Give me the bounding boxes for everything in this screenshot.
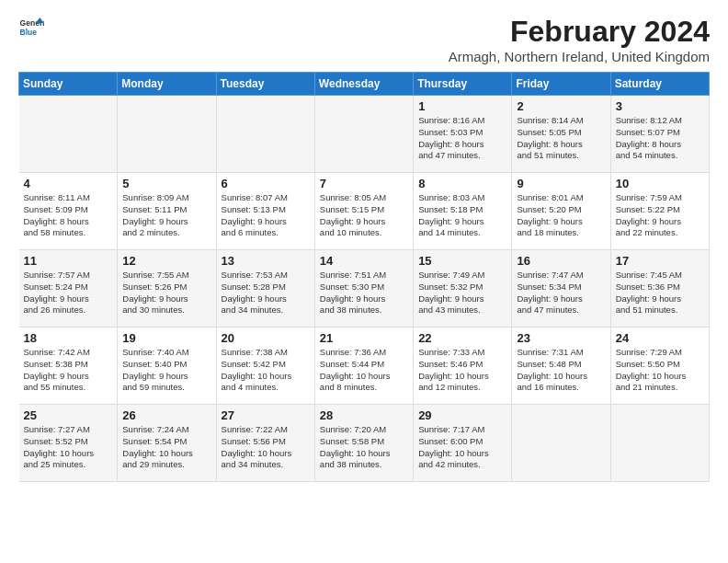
calendar-cell: 20Sunrise: 7:38 AMSunset: 5:42 PMDayligh… (216, 327, 314, 405)
calendar-cell: 17Sunrise: 7:45 AMSunset: 5:36 PMDayligh… (610, 250, 709, 327)
cell-details: Sunrise: 7:47 AMSunset: 5:34 PMDaylight:… (517, 270, 605, 316)
header-row: SundayMondayTuesdayWednesdayThursdayFrid… (19, 73, 710, 96)
calendar-cell: 14Sunrise: 7:51 AMSunset: 5:30 PMDayligh… (314, 250, 413, 327)
svg-text:Blue: Blue (20, 28, 38, 37)
day-number: 9 (517, 177, 605, 190)
day-number: 10 (616, 177, 704, 190)
calendar-cell: 7Sunrise: 8:05 AMSunset: 5:15 PMDaylight… (314, 173, 413, 250)
day-number: 18 (24, 331, 113, 345)
cell-details: Sunrise: 7:59 AMSunset: 5:22 PMDaylight:… (616, 192, 704, 239)
cell-details: Sunrise: 7:42 AMSunset: 5:38 PMDaylight:… (24, 347, 113, 394)
calendar-cell: 6Sunrise: 8:07 AMSunset: 5:13 PMDaylight… (216, 173, 314, 250)
header-cell-friday: Friday (512, 73, 610, 96)
subtitle: Armagh, Northern Ireland, United Kingdom (449, 49, 710, 64)
cell-details: Sunrise: 7:45 AMSunset: 5:36 PMDaylight:… (616, 270, 704, 316)
week-row-4: 25Sunrise: 7:27 AMSunset: 5:52 PMDayligh… (19, 405, 710, 482)
cell-details: Sunrise: 8:01 AMSunset: 5:20 PMDaylight:… (517, 192, 605, 239)
calendar-cell (216, 96, 314, 173)
day-number: 29 (418, 408, 506, 422)
calendar-cell: 8Sunrise: 8:03 AMSunset: 5:18 PMDaylight… (414, 173, 512, 250)
day-number: 11 (24, 254, 113, 268)
calendar-cell: 5Sunrise: 8:09 AMSunset: 5:11 PMDaylight… (118, 173, 216, 250)
day-number: 16 (517, 254, 605, 268)
day-number: 24 (616, 331, 704, 345)
day-number: 15 (418, 254, 506, 268)
cell-details: Sunrise: 7:22 AMSunset: 5:56 PMDaylight:… (222, 424, 310, 471)
cell-details: Sunrise: 8:03 AMSunset: 5:18 PMDaylight:… (418, 192, 506, 239)
calendar-cell (19, 96, 118, 173)
calendar-cell: 26Sunrise: 7:24 AMSunset: 5:54 PMDayligh… (118, 405, 216, 482)
calendar-cell: 3Sunrise: 8:12 AMSunset: 5:07 PMDaylight… (610, 96, 709, 173)
main-title: February 2024 (449, 15, 710, 49)
week-row-3: 18Sunrise: 7:42 AMSunset: 5:38 PMDayligh… (19, 327, 710, 405)
logo-icon: General Blue (18, 15, 44, 40)
cell-details: Sunrise: 8:12 AMSunset: 5:07 PMDaylight:… (616, 115, 704, 162)
cell-details: Sunrise: 8:14 AMSunset: 5:05 PMDaylight:… (517, 115, 605, 162)
calendar-cell: 19Sunrise: 7:40 AMSunset: 5:40 PMDayligh… (118, 327, 216, 405)
calendar-cell: 9Sunrise: 8:01 AMSunset: 5:20 PMDaylight… (512, 173, 610, 250)
header: General Blue February 2024 Armagh, North… (18, 15, 710, 64)
calendar-table: SundayMondayTuesdayWednesdayThursdayFrid… (18, 72, 710, 482)
title-area: February 2024 Armagh, Northern Ireland, … (449, 15, 710, 64)
cell-details: Sunrise: 7:57 AMSunset: 5:24 PMDaylight:… (24, 270, 113, 316)
day-number: 1 (418, 99, 506, 113)
cell-details: Sunrise: 7:49 AMSunset: 5:32 PMDaylight:… (418, 270, 506, 316)
header-cell-sunday: Sunday (19, 73, 118, 96)
day-number: 13 (222, 254, 310, 268)
week-row-1: 4Sunrise: 8:11 AMSunset: 5:09 PMDaylight… (19, 173, 710, 250)
calendar-cell: 1Sunrise: 8:16 AMSunset: 5:03 PMDaylight… (414, 96, 512, 173)
cell-details: Sunrise: 8:05 AMSunset: 5:15 PMDaylight:… (320, 192, 408, 239)
calendar-cell (118, 96, 216, 173)
header-cell-thursday: Thursday (414, 73, 512, 96)
cell-details: Sunrise: 7:53 AMSunset: 5:28 PMDaylight:… (222, 270, 310, 316)
day-number: 7 (320, 177, 408, 190)
calendar-cell: 27Sunrise: 7:22 AMSunset: 5:56 PMDayligh… (216, 405, 314, 482)
cell-details: Sunrise: 7:27 AMSunset: 5:52 PMDaylight:… (24, 424, 113, 471)
calendar-cell: 22Sunrise: 7:33 AMSunset: 5:46 PMDayligh… (414, 327, 512, 405)
cell-details: Sunrise: 7:36 AMSunset: 5:44 PMDaylight:… (320, 347, 408, 394)
cell-details: Sunrise: 7:24 AMSunset: 5:54 PMDaylight:… (122, 424, 210, 471)
day-number: 21 (320, 331, 408, 345)
cell-details: Sunrise: 7:38 AMSunset: 5:42 PMDaylight:… (222, 347, 310, 394)
cell-details: Sunrise: 7:33 AMSunset: 5:46 PMDaylight:… (418, 347, 506, 394)
day-number: 14 (320, 254, 408, 268)
calendar-cell: 21Sunrise: 7:36 AMSunset: 5:44 PMDayligh… (314, 327, 413, 405)
calendar-body: 1Sunrise: 8:16 AMSunset: 5:03 PMDaylight… (19, 96, 710, 482)
header-cell-tuesday: Tuesday (216, 73, 314, 96)
cell-details: Sunrise: 8:09 AMSunset: 5:11 PMDaylight:… (122, 192, 210, 239)
calendar-cell (314, 96, 413, 173)
calendar-cell: 23Sunrise: 7:31 AMSunset: 5:48 PMDayligh… (512, 327, 610, 405)
cell-details: Sunrise: 8:11 AMSunset: 5:09 PMDaylight:… (24, 192, 113, 239)
calendar-cell: 25Sunrise: 7:27 AMSunset: 5:52 PMDayligh… (19, 405, 118, 482)
cell-details: Sunrise: 7:17 AMSunset: 6:00 PMDaylight:… (418, 424, 506, 471)
calendar-cell: 15Sunrise: 7:49 AMSunset: 5:32 PMDayligh… (414, 250, 512, 327)
header-cell-monday: Monday (118, 73, 216, 96)
calendar-cell: 4Sunrise: 8:11 AMSunset: 5:09 PMDaylight… (19, 173, 118, 250)
cell-details: Sunrise: 7:29 AMSunset: 5:50 PMDaylight:… (616, 347, 704, 394)
day-number: 23 (517, 331, 605, 345)
cell-details: Sunrise: 7:20 AMSunset: 5:58 PMDaylight:… (320, 424, 408, 471)
day-number: 27 (222, 408, 310, 422)
week-row-0: 1Sunrise: 8:16 AMSunset: 5:03 PMDaylight… (19, 96, 710, 173)
logo: General Blue (18, 15, 44, 40)
cell-details: Sunrise: 7:51 AMSunset: 5:30 PMDaylight:… (320, 270, 408, 316)
day-number: 20 (222, 331, 310, 345)
day-number: 5 (122, 177, 210, 190)
calendar-cell: 29Sunrise: 7:17 AMSunset: 6:00 PMDayligh… (414, 405, 512, 482)
day-number: 19 (122, 331, 210, 345)
day-number: 4 (24, 177, 113, 190)
calendar-cell: 10Sunrise: 7:59 AMSunset: 5:22 PMDayligh… (610, 173, 709, 250)
header-cell-saturday: Saturday (610, 73, 709, 96)
calendar-cell: 11Sunrise: 7:57 AMSunset: 5:24 PMDayligh… (19, 250, 118, 327)
day-number: 25 (24, 408, 113, 422)
cell-details: Sunrise: 7:31 AMSunset: 5:48 PMDaylight:… (517, 347, 605, 394)
cell-details: Sunrise: 8:07 AMSunset: 5:13 PMDaylight:… (222, 192, 310, 239)
day-number: 28 (320, 408, 408, 422)
day-number: 12 (122, 254, 210, 268)
cell-details: Sunrise: 7:55 AMSunset: 5:26 PMDaylight:… (122, 270, 210, 316)
calendar-cell: 2Sunrise: 8:14 AMSunset: 5:05 PMDaylight… (512, 96, 610, 173)
calendar-cell (512, 405, 610, 482)
day-number: 8 (418, 177, 506, 190)
calendar-cell: 28Sunrise: 7:20 AMSunset: 5:58 PMDayligh… (314, 405, 413, 482)
calendar-cell: 24Sunrise: 7:29 AMSunset: 5:50 PMDayligh… (610, 327, 709, 405)
